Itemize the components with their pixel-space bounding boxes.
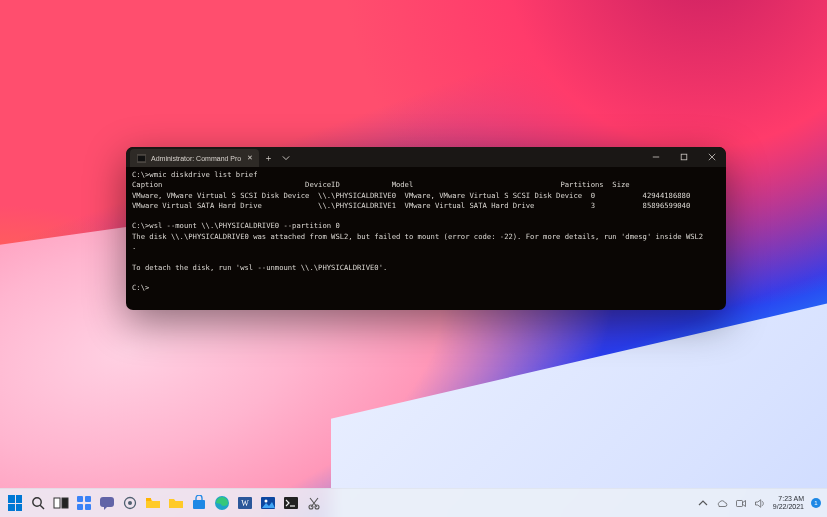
- word-icon[interactable]: W: [236, 494, 254, 512]
- terminal-window: Administrator: Command Prom ✕ ＋ C:\>wmic…: [126, 147, 726, 310]
- chat-icon[interactable]: [98, 494, 116, 512]
- tab-title: Administrator: Command Prom: [151, 155, 241, 162]
- folder-icon[interactable]: [167, 494, 185, 512]
- taskbar: W 7:23 AM 9/22/2021 1: [0, 488, 827, 517]
- window-titlebar[interactable]: Administrator: Command Prom ✕ ＋: [126, 147, 726, 167]
- store-icon[interactable]: [190, 494, 208, 512]
- settings-icon[interactable]: [121, 494, 139, 512]
- clock-time: 7:23 AM: [773, 495, 804, 503]
- meet-now-icon[interactable]: [735, 497, 747, 509]
- svg-rect-9: [85, 496, 91, 502]
- svg-rect-16: [193, 500, 205, 509]
- maximize-button[interactable]: [670, 147, 698, 167]
- svg-rect-26: [736, 500, 742, 506]
- tab-cmd[interactable]: Administrator: Command Prom ✕: [130, 149, 259, 167]
- edge-icon[interactable]: [213, 494, 231, 512]
- file-explorer-icon[interactable]: [144, 494, 162, 512]
- taskbar-clock[interactable]: 7:23 AM 9/22/2021: [773, 495, 804, 511]
- widgets-icon[interactable]: [75, 494, 93, 512]
- clock-date: 9/22/2021: [773, 503, 804, 511]
- svg-point-14: [128, 501, 132, 505]
- tray-overflow-icon[interactable]: [697, 497, 709, 509]
- tab-close-button[interactable]: ✕: [246, 154, 254, 162]
- svg-rect-6: [54, 498, 60, 508]
- tab-dropdown-button[interactable]: [277, 149, 295, 167]
- svg-rect-11: [85, 504, 91, 510]
- task-view-icon[interactable]: [52, 494, 70, 512]
- windows-terminal-icon[interactable]: [282, 494, 300, 512]
- svg-rect-12: [100, 497, 114, 507]
- new-tab-button[interactable]: ＋: [259, 149, 277, 167]
- svg-rect-7: [62, 498, 68, 508]
- cmd-icon: [137, 154, 146, 163]
- onedrive-icon[interactable]: [716, 497, 728, 509]
- svg-text:W: W: [241, 499, 249, 508]
- svg-rect-15: [146, 498, 151, 501]
- svg-rect-10: [77, 504, 83, 510]
- svg-rect-3: [681, 154, 687, 160]
- snipping-tool-icon[interactable]: [305, 494, 323, 512]
- taskbar-search-icon[interactable]: [29, 494, 47, 512]
- svg-rect-8: [77, 496, 83, 502]
- start-button[interactable]: [6, 494, 24, 512]
- notification-badge[interactable]: 1: [811, 498, 821, 508]
- sound-icon[interactable]: [754, 497, 766, 509]
- svg-point-4: [33, 498, 41, 506]
- svg-line-5: [40, 505, 44, 509]
- close-button[interactable]: [698, 147, 726, 167]
- photos-icon[interactable]: [259, 494, 277, 512]
- terminal-output[interactable]: C:\>wmic diskdrive list brief Caption De…: [126, 167, 726, 310]
- svg-rect-1: [138, 155, 145, 160]
- minimize-button[interactable]: [642, 147, 670, 167]
- system-tray: 7:23 AM 9/22/2021 1: [697, 495, 821, 511]
- svg-rect-22: [284, 497, 298, 509]
- svg-point-21: [265, 500, 268, 503]
